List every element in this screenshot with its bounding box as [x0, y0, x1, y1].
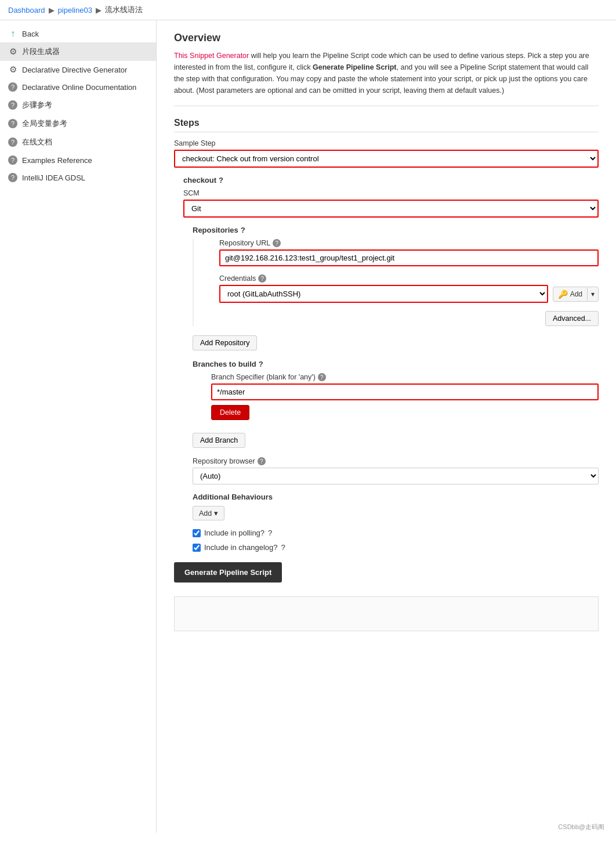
repo-url-input[interactable]: [219, 249, 599, 266]
sidebar-item-step-ref[interactable]: ? 步骤参考: [0, 96, 156, 114]
sidebar-item-global-var[interactable]: ? 全局变量参考: [0, 114, 156, 133]
sidebar-item-online-doc[interactable]: ? Declarative Online Documentation: [0, 78, 156, 96]
sample-step-label: Sample Step: [174, 139, 599, 147]
sidebar: ↑ Back ⚙ 片段生成器 ⚙ Declarative Directive G…: [0, 20, 157, 833]
question-icon-1: ?: [8, 82, 17, 92]
sample-step-group: Sample Step checkout: Check out from ver…: [174, 139, 599, 168]
add-behaviour-button[interactable]: Add ▾: [193, 506, 224, 520]
branches-help-icon[interactable]: ?: [259, 360, 263, 368]
include-changelog-label: Include in changelog?: [204, 543, 278, 552]
delete-button[interactable]: Delete: [211, 405, 249, 420]
include-polling-row: Include in polling? ?: [193, 529, 599, 537]
sidebar-item-back-label: Back: [22, 30, 39, 38]
scm-group: SCM Git: [183, 189, 599, 218]
breadcrumb-sep2: ▶: [96, 6, 102, 15]
overview-text: This Snippet Generator will help you lea…: [174, 50, 599, 106]
generate-pipeline-script-button[interactable]: Generate Pipeline Script: [174, 562, 282, 582]
sidebar-item-online-ref[interactable]: ? 在线文档: [0, 133, 156, 151]
include-polling-label: Include in polling?: [204, 529, 264, 537]
breadcrumb: Dashboard ▶ pipeline03 ▶ 流水线语法: [0, 0, 616, 20]
add-repository-button[interactable]: Add Repository: [193, 335, 257, 350]
checkout-label: checkout ?: [183, 176, 599, 184]
include-polling-checkbox[interactable]: [193, 529, 201, 537]
add-credentials-dropdown-arrow[interactable]: ▾: [587, 288, 598, 301]
advanced-button[interactable]: Advanced...: [545, 311, 599, 326]
steps-title: Steps: [174, 118, 599, 132]
question-icon-2: ?: [8, 100, 17, 110]
checkout-help-icon[interactable]: ?: [219, 176, 223, 184]
sidebar-item-examples-label: Examples Reference: [22, 156, 92, 165]
sidebar-item-snippet-label: 片段生成器: [22, 46, 60, 57]
breadcrumb-dashboard[interactable]: Dashboard: [8, 6, 45, 15]
sidebar-item-intellij-label: IntelliJ IDEA GDSL: [22, 173, 85, 182]
repos-help-icon[interactable]: ?: [241, 226, 245, 234]
repo-browser-help-icon[interactable]: ?: [258, 457, 266, 465]
add-credentials-button[interactable]: 🔑 Add ▾: [553, 287, 599, 302]
scm-label: SCM: [183, 189, 599, 197]
sidebar-item-directive-generator[interactable]: ⚙ Declarative Directive Generator: [0, 61, 156, 78]
repo-browser-select[interactable]: (Auto): [193, 468, 599, 484]
sidebar-item-online-ref-label: 在线文档: [22, 137, 52, 147]
credentials-help-icon[interactable]: ?: [258, 274, 266, 283]
include-changelog-row: Include in changelog? ?: [193, 543, 599, 552]
polling-help-icon[interactable]: ?: [268, 529, 272, 537]
question-icon-4: ?: [8, 138, 17, 147]
breadcrumb-current: 流水线语法: [105, 5, 143, 15]
add-behaviour-chevron-icon: ▾: [214, 509, 218, 518]
branch-specifier-label: Branch Specifier (blank for 'any') ?: [211, 373, 599, 381]
advanced-button-row: Advanced...: [201, 311, 599, 326]
key-icon: 🔑: [558, 290, 568, 299]
repo-url-label: Repository URL ?: [219, 239, 599, 247]
branches-to-build-group: Branches to build ? Branch Specifier (bl…: [193, 360, 599, 425]
sidebar-item-intellij[interactable]: ? IntelliJ IDEA GDSL: [0, 169, 156, 186]
sidebar-item-global-var-label: 全局变量参考: [22, 118, 67, 129]
branches-label: Branches to build ?: [193, 360, 599, 368]
question-icon-6: ?: [8, 173, 17, 182]
branch-specifier-section: Branch Specifier (blank for 'any') ? Del…: [211, 373, 599, 425]
add-branch-button[interactable]: Add Branch: [193, 433, 245, 448]
additional-behaviours-label: Additional Behaviours: [193, 493, 599, 501]
sidebar-item-back[interactable]: ↑ Back: [0, 25, 156, 42]
sidebar-item-step-ref-label: 步骤参考: [22, 100, 52, 110]
branch-specifier-input[interactable]: [211, 383, 599, 400]
additional-behaviours-section: Additional Behaviours Add ▾: [193, 493, 599, 520]
credentials-row: root (GitLabAuthSSH) 🔑 Add ▾: [219, 285, 599, 303]
changelog-help-icon[interactable]: ?: [281, 543, 285, 552]
output-area: [174, 596, 599, 631]
sidebar-item-snippet-generator[interactable]: ⚙ 片段生成器: [0, 42, 156, 61]
sidebar-item-online-doc-label: Declarative Online Documentation: [22, 83, 136, 92]
gear-icon: ⚙: [8, 47, 17, 56]
repositories-label: Repositories ?: [193, 226, 599, 234]
credentials-group: Credentials ? root (GitLabAuthSSH) 🔑 Add: [219, 274, 599, 303]
breadcrumb-sep1: ▶: [49, 6, 55, 15]
credentials-label: Credentials ?: [219, 274, 599, 283]
question-icon-5: ?: [8, 155, 17, 165]
repo-url-group: Repository URL ?: [219, 239, 599, 266]
repo-url-help-icon[interactable]: ?: [273, 239, 281, 247]
breadcrumb-pipeline[interactable]: pipeline03: [58, 6, 92, 15]
repo-browser-label: Repository browser ?: [193, 457, 599, 465]
sample-step-select[interactable]: checkout: Check out from version control: [174, 150, 599, 168]
include-changelog-checkbox[interactable]: [193, 544, 201, 552]
watermark: CSDbb@走码阁: [558, 823, 604, 831]
scm-select[interactable]: Git: [183, 200, 599, 218]
repo-entry: Repository URL ? Credentials ?: [193, 239, 599, 326]
sidebar-item-examples[interactable]: ? Examples Reference: [0, 151, 156, 169]
main-content: Overview This Snippet Generator will hel…: [157, 20, 616, 833]
repo-browser-group: Repository browser ? (Auto): [193, 457, 599, 484]
question-icon-3: ?: [8, 119, 17, 128]
overview-link[interactable]: This Snippet Generator: [174, 52, 249, 60]
credentials-select[interactable]: root (GitLabAuthSSH): [219, 285, 548, 303]
arrow-up-icon: ↑: [8, 29, 17, 38]
checkout-section: checkout ? SCM Git Repositories ?: [183, 176, 599, 552]
sidebar-item-directive-label: Declarative Directive Generator: [22, 66, 127, 74]
branch-specifier-help-icon[interactable]: ?: [318, 373, 326, 381]
gear-icon-2: ⚙: [8, 65, 17, 74]
repositories-section: Repositories ? Repository URL ?: [193, 226, 599, 552]
overview-title: Overview: [174, 32, 599, 44]
